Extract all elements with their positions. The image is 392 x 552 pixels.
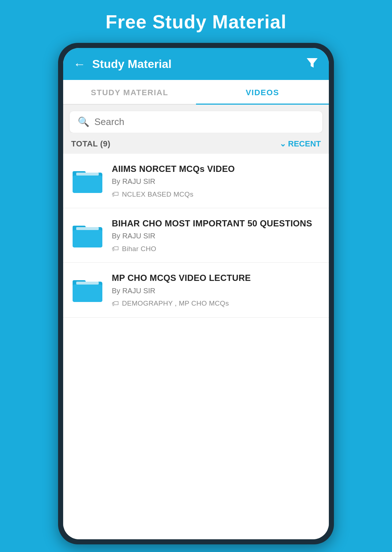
item-tags: 🏷 DEMOGRAPHY , MP CHO MCQs: [112, 299, 321, 308]
content-area: 🔍 TOTAL (9) ⌄ RECENT: [63, 105, 329, 539]
svg-marker-0: [307, 58, 318, 68]
list-item[interactable]: AIIMS NORCET MCQs VIDEO By RAJU SIR 🏷 NC…: [63, 154, 329, 208]
list-item[interactable]: BIHAR CHO MOST IMPORTANT 50 QUESTIONS By…: [63, 208, 329, 263]
folder-icon: [71, 219, 104, 249]
tag-icon: 🏷: [112, 299, 119, 308]
recent-sort-button[interactable]: ⌄ RECENT: [279, 139, 321, 149]
svg-rect-12: [76, 282, 99, 285]
total-label: TOTAL (9): [71, 139, 110, 149]
page-heading: Free Study Material: [106, 11, 287, 33]
item-tags: 🏷 NCLEX BASED MCQs: [112, 190, 321, 198]
item-title: AIIMS NORCET MCQs VIDEO: [112, 163, 321, 174]
tabs-row: STUDY MATERIAL VIDEOS: [63, 80, 329, 105]
search-input[interactable]: [94, 116, 314, 128]
tab-study-material[interactable]: STUDY MATERIAL: [63, 80, 196, 104]
phone-inner: ← Study Material STUDY MATERIAL VIDEOS: [63, 48, 329, 539]
chevron-down-icon: ⌄: [279, 139, 286, 149]
svg-rect-11: [73, 285, 102, 302]
svg-rect-8: [76, 227, 99, 230]
phone-shell: ← Study Material STUDY MATERIAL VIDEOS: [58, 43, 334, 544]
svg-rect-3: [73, 176, 102, 193]
tag-text: DEMOGRAPHY , MP CHO MCQs: [122, 299, 229, 307]
search-container: 🔍: [70, 111, 322, 133]
filter-button[interactable]: [306, 56, 319, 72]
item-author: By RAJU SIR: [112, 232, 321, 240]
items-list: AIIMS NORCET MCQs VIDEO By RAJU SIR 🏷 NC…: [63, 154, 329, 539]
tag-icon: 🏷: [112, 190, 119, 198]
tab-videos[interactable]: VIDEOS: [196, 80, 329, 104]
svg-rect-7: [73, 230, 102, 247]
back-button[interactable]: ←: [73, 58, 86, 70]
item-author: By RAJU SIR: [112, 287, 321, 295]
item-info-3: MP CHO MCQS VIDEO LECTURE By RAJU SIR 🏷 …: [112, 272, 321, 307]
folder-icon-item-2: [71, 219, 104, 250]
folder-icon-item-1: [71, 165, 104, 196]
svg-rect-4: [76, 173, 99, 176]
total-row: TOTAL (9) ⌄ RECENT: [63, 133, 329, 154]
folder-icon: [71, 274, 104, 303]
item-tags: 🏷 Bihar CHO: [112, 245, 321, 253]
item-title: BIHAR CHO MOST IMPORTANT 50 QUESTIONS: [112, 218, 321, 229]
folder-icon: [71, 165, 104, 194]
app-bar: ← Study Material: [63, 48, 329, 80]
app-bar-title: Study Material: [92, 57, 172, 71]
filter-icon: [306, 56, 319, 69]
tag-text: NCLEX BASED MCQs: [122, 190, 193, 198]
item-info-2: BIHAR CHO MOST IMPORTANT 50 QUESTIONS By…: [112, 218, 321, 253]
tag-text: Bihar CHO: [122, 245, 156, 253]
tag-icon: 🏷: [112, 245, 119, 253]
app-bar-left: ← Study Material: [73, 57, 172, 71]
folder-icon-item-3: [71, 274, 104, 305]
item-author: By RAJU SIR: [112, 177, 321, 186]
list-item[interactable]: MP CHO MCQS VIDEO LECTURE By RAJU SIR 🏷 …: [63, 263, 329, 317]
item-info-1: AIIMS NORCET MCQs VIDEO By RAJU SIR 🏷 NC…: [112, 163, 321, 198]
search-icon: 🔍: [78, 116, 89, 128]
item-title: MP CHO MCQS VIDEO LECTURE: [112, 272, 321, 283]
